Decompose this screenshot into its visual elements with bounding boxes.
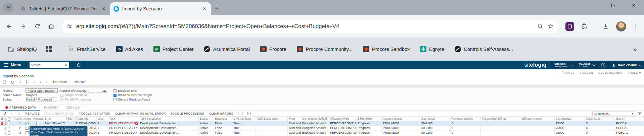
cell-cost_budget[interactable]: 75000 bbox=[555, 126, 585, 130]
cell-field[interactable] bbox=[65, 121, 75, 126]
cell-task[interactable]: PR DLVT1-DEVSUP✕ bbox=[108, 121, 139, 126]
cell-number[interactable]: 1 bbox=[13, 121, 22, 126]
cell-cost_actual[interactable]: 0 bbox=[585, 121, 615, 126]
cell-account_group[interactable]: PRULABOR bbox=[382, 121, 420, 126]
next-record-button[interactable]: › bbox=[40, 80, 41, 84]
browser-tab-2[interactable]: Import by Scenario× bbox=[110, 2, 211, 15]
cell-revenue_budget[interactable]: 0 bbox=[451, 131, 481, 135]
table-row[interactable]: 3PUBCAL-0017613PR DLVT1-DEVSUPDevelopmen… bbox=[0, 131, 644, 135]
filter-funnel-icon[interactable] bbox=[638, 112, 642, 116]
cell-allocation_rule[interactable]: PERCENTCOMPLETE bbox=[329, 131, 357, 135]
cell-billing_rule[interactable]: Progress bbox=[357, 131, 382, 135]
zoom-icon[interactable] bbox=[537, 23, 544, 29]
checkbox-discard-previous-result[interactable]: Discard Previous Result bbox=[113, 98, 150, 101]
cell-active[interactable] bbox=[22, 121, 32, 126]
browser-tab-1[interactable]: IQTickets | SitelogIQ IT Service De× bbox=[17, 2, 110, 15]
cell-status[interactable]: Active bbox=[199, 126, 214, 130]
col-header-task[interactable]: Task bbox=[108, 117, 139, 121]
cell-account_group[interactable]: PRULABOR bbox=[382, 131, 420, 135]
cell-task_explanation[interactable] bbox=[256, 126, 288, 130]
bookmark-project-center[interactable]: PProject Center bbox=[150, 45, 197, 54]
col-header-number[interactable]: Number bbox=[13, 117, 22, 121]
close-tab-icon[interactable]: × bbox=[201, 6, 208, 12]
bookmark-ad-axes[interactable]: IQAd Axes bbox=[113, 45, 146, 54]
tab-prepared-data[interactable]: PREPARED DATA bbox=[1, 106, 40, 111]
cell-task[interactable]: PR DLVT1-DEVSUP bbox=[108, 131, 139, 135]
bookmark-egnyte[interactable]: Egnyte bbox=[417, 45, 447, 54]
cell-number[interactable]: 3 bbox=[13, 131, 22, 135]
cell-line[interactable]: 2 bbox=[97, 126, 108, 130]
col-header-project_id[interactable]: Project ID bbox=[75, 117, 97, 121]
cell-allocation_rule[interactable]: PERCENTCOMPLETE bbox=[329, 126, 357, 130]
col-header-active[interactable]: Active bbox=[22, 117, 32, 121]
cell-pct_complete_billings[interactable] bbox=[481, 121, 521, 126]
help-button[interactable]: ? bbox=[598, 61, 608, 69]
page-link-tools[interactable]: TOOLS▼ bbox=[628, 71, 641, 74]
toggle-processing-button[interactable]: TOGGLE PROCESSING bbox=[171, 112, 204, 115]
cell-billing_rule[interactable]: Progress bbox=[357, 121, 382, 126]
bookmark-controls-self-assess-[interactable]: Controls Self-Assess... bbox=[452, 45, 516, 54]
bookmark-procore[interactable]: Procore bbox=[257, 45, 289, 54]
cell-type[interactable]: Cost and ... bbox=[288, 121, 301, 126]
downloads-button[interactable] bbox=[602, 23, 609, 30]
cell-cost_code[interactable]: 00-2100 bbox=[420, 131, 451, 135]
cell-completion_method[interactable]: Budgeted Amount bbox=[301, 131, 329, 135]
cell-expenses[interactable]: False bbox=[214, 126, 232, 130]
col-header-expenses[interactable]: Expenses bbox=[214, 117, 232, 121]
col-header-error[interactable]: Error bbox=[44, 117, 65, 121]
date-time-selector[interactable]: 4/21/2025 11:14 AM bbox=[575, 61, 598, 69]
bookmark-star-icon[interactable] bbox=[548, 23, 554, 29]
col-header-account_group[interactable]: Account Group bbox=[382, 117, 420, 121]
close-tab-icon[interactable]: × bbox=[101, 6, 107, 12]
menu-button[interactable]: Menu bbox=[0, 61, 25, 69]
reload-button[interactable] bbox=[34, 23, 41, 30]
refresh-grid-button[interactable] bbox=[3, 112, 6, 116]
first-record-button[interactable]: ‹ bbox=[27, 80, 29, 84]
table-row[interactable]: ✕1Field: Project Tas...PUBCAL-0006831PR … bbox=[0, 121, 644, 126]
col-header-processed[interactable]: Processed bbox=[32, 117, 44, 121]
cell-cost_code[interactable]: 00-2100 bbox=[420, 126, 451, 130]
cell-cost_budget[interactable]: 75000 bbox=[555, 121, 585, 126]
col-header-rowicons[interactable] bbox=[0, 117, 13, 121]
password-extension-icon[interactable] bbox=[565, 22, 574, 31]
tenant-selector[interactable]: SitelogIQ Headquarters bbox=[551, 61, 575, 69]
checkbox-box[interactable] bbox=[113, 98, 117, 101]
toggle-activation-button[interactable]: TOGGLE ACTIVATION bbox=[79, 112, 110, 115]
screen-name-value[interactable]: Projects bbox=[26, 93, 57, 97]
col-header-field[interactable]: Field bbox=[65, 117, 75, 121]
cell-pct_complete_billings[interactable] bbox=[481, 126, 521, 130]
new-tab-button[interactable]: + bbox=[215, 5, 219, 12]
checkbox-box[interactable] bbox=[113, 94, 117, 97]
col-header-billings_amount[interactable]: Billings Amount bbox=[521, 117, 555, 121]
replace-button[interactable]: REPLACE bbox=[26, 112, 40, 115]
col-header-cost_budget[interactable]: Cost Budget bbox=[555, 117, 585, 121]
cell-branch[interactable]: PUBCAL bbox=[615, 131, 644, 135]
cell-cost_budget[interactable]: 75000 bbox=[555, 131, 585, 135]
name-field[interactable]: Project Open Balances - Cos bbox=[26, 88, 58, 93]
checkbox-break-on-error[interactable]: Break on Error bbox=[113, 89, 138, 92]
cell-billings_amount[interactable] bbox=[521, 131, 555, 135]
cell-cost_actual[interactable]: 0 bbox=[585, 131, 615, 135]
col-header-pct_complete_billings[interactable]: %Complete Billings bbox=[481, 117, 521, 121]
processed-checkbox[interactable] bbox=[36, 122, 39, 125]
cell-type[interactable]: Cost and ... bbox=[288, 126, 301, 130]
cell-completion_method[interactable]: Budgeted Amount bbox=[301, 121, 329, 126]
cell-revenue_budget[interactable]: 0 bbox=[451, 126, 481, 130]
forward-button[interactable] bbox=[19, 23, 27, 30]
active-checkbox[interactable] bbox=[26, 131, 29, 134]
col-header-task_explanation[interactable]: Task Explanation bbox=[256, 117, 288, 121]
save-button[interactable] bbox=[3, 80, 6, 84]
fit-width-icon[interactable]: ↔ bbox=[238, 112, 242, 115]
col-header-branch[interactable]: Branch bbox=[615, 117, 644, 121]
cell-type[interactable]: Cost and ... bbox=[288, 131, 301, 135]
checkbox-box[interactable] bbox=[113, 89, 117, 92]
import-button[interactable]: IMPORT bbox=[74, 80, 86, 84]
cancel-button[interactable] bbox=[11, 80, 14, 84]
cell-processed[interactable] bbox=[32, 121, 44, 126]
export-to-excel-icon[interactable]: x bbox=[247, 112, 250, 115]
clear-errors-button[interactable]: CLEAR ERRORS bbox=[209, 112, 233, 115]
add-substitution-button[interactable]: ADD SUBSTITUTION bbox=[44, 112, 74, 115]
cell-branch[interactable]: PUBCAL bbox=[615, 126, 644, 130]
more-actions-button[interactable]: ... bbox=[91, 80, 94, 84]
cell-task_explanation[interactable] bbox=[256, 131, 288, 135]
